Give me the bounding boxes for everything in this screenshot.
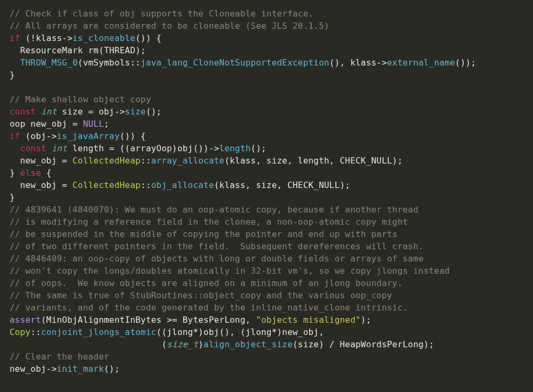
comment-line: // Make shallow object copy xyxy=(10,94,151,104)
code-text: (); xyxy=(104,364,120,374)
code-text: :: xyxy=(30,327,41,337)
method-call: is_javaArray xyxy=(57,131,120,141)
type-int: int xyxy=(41,107,57,117)
code-text: (), klass-> xyxy=(329,58,387,68)
comment-line: // 4839641 (4840070): We must do an oop-… xyxy=(10,205,418,215)
class-name: CollectedHeap xyxy=(72,180,141,190)
code-text: ((jlong*)obj(), (jlong*)new_obj, xyxy=(156,327,324,337)
code-editor[interactable]: // Check if class of obj supports the Cl… xyxy=(0,0,533,382)
code-text: (klass, size, length, CHECK_NULL); xyxy=(224,156,402,166)
code-text: (); xyxy=(251,143,266,153)
method-call: obj_allocate xyxy=(151,180,214,190)
code-text: ( xyxy=(10,339,167,349)
function-call: align_object_size xyxy=(204,339,293,349)
code-text: new_obj-> xyxy=(10,364,57,374)
code-text: ()) { xyxy=(120,131,146,141)
code-text: ); xyxy=(361,315,372,325)
keyword-else: else xyxy=(20,168,41,178)
method-call: length xyxy=(219,143,251,153)
comment-line: // 4846409: an oop-copy of objects with … xyxy=(10,254,424,264)
class-name: Copy xyxy=(10,327,30,337)
keyword-if: if xyxy=(10,131,20,141)
code-text: length = ((arrayOop)obj())-> xyxy=(67,143,219,153)
keyword-const: const xyxy=(20,143,46,153)
type-sizet: size_t xyxy=(167,339,198,349)
code-text: new_obj = xyxy=(10,156,72,166)
code-text: oop new_obj = xyxy=(10,119,83,129)
code-text: (MinObjAlignmentInBytes >= BytesPerLong, xyxy=(41,315,256,325)
code-text: new_obj = xyxy=(10,180,72,190)
method-call: size xyxy=(125,107,146,117)
method-call: array_allocate xyxy=(151,156,225,166)
code-text: ()); xyxy=(455,58,476,68)
comment-line: // The same is true of StubRoutines::obj… xyxy=(10,290,392,300)
assert-call: assert xyxy=(10,315,41,325)
macro-call: THROW_MSG_0 xyxy=(20,58,78,68)
comment-line: // Clear the header xyxy=(10,352,109,362)
brace: } xyxy=(10,192,15,202)
code-text: (); xyxy=(146,107,162,117)
code-text: (size) / HeapWordsPerLong); xyxy=(293,339,434,349)
code-text: (obj-> xyxy=(20,131,57,141)
comment-line: // All arrays are considered to be clone… xyxy=(10,21,329,31)
code-text: ResourceMark rm(THREAD); xyxy=(10,45,146,55)
method-call: external_name xyxy=(387,58,455,68)
comment-line: // variants, and of the code generated b… xyxy=(10,303,408,313)
comment-line: // Check if class of obj supports the Cl… xyxy=(10,9,313,19)
code-text: ; xyxy=(104,119,109,129)
code-text: :: xyxy=(141,156,151,166)
brace: } xyxy=(10,168,20,178)
method-call: is_cloneable xyxy=(72,33,135,43)
comment-line: // is modifying a reference field in the… xyxy=(10,217,408,227)
code-text: ) xyxy=(198,339,204,349)
string-literal: "objects misaligned" xyxy=(256,315,361,325)
code-text: (klass, size, CHECK_NULL); xyxy=(214,180,351,190)
method-call: conjoint_jlongs_atomic xyxy=(41,327,156,337)
code-text: :: xyxy=(141,180,151,190)
comment-line: // of two different pointers in the fiel… xyxy=(10,241,424,251)
code-text: size = obj-> xyxy=(57,107,125,117)
comment-line: // be suspended in the middle of copying… xyxy=(10,229,398,239)
method-call: init_mark xyxy=(57,364,104,374)
method-call: java_lang_CloneNotSupportedException xyxy=(141,58,329,68)
comment-line: // of oops. We know objects are aligned … xyxy=(10,278,402,288)
comment-line: // won't copy the longs/doubles atomical… xyxy=(10,266,450,276)
keyword-const: const xyxy=(10,107,36,117)
code-text: ()) { xyxy=(135,33,161,43)
type-int: int xyxy=(52,143,68,153)
code-text: (!klass-> xyxy=(20,33,72,43)
keyword-if: if xyxy=(10,33,20,43)
code-text: (vmSymbols:: xyxy=(78,58,141,68)
class-name: CollectedHeap xyxy=(72,156,141,166)
null-literal: NULL xyxy=(83,119,104,129)
code-text xyxy=(10,58,20,68)
code-text: { xyxy=(41,168,52,178)
brace: } xyxy=(10,70,15,80)
